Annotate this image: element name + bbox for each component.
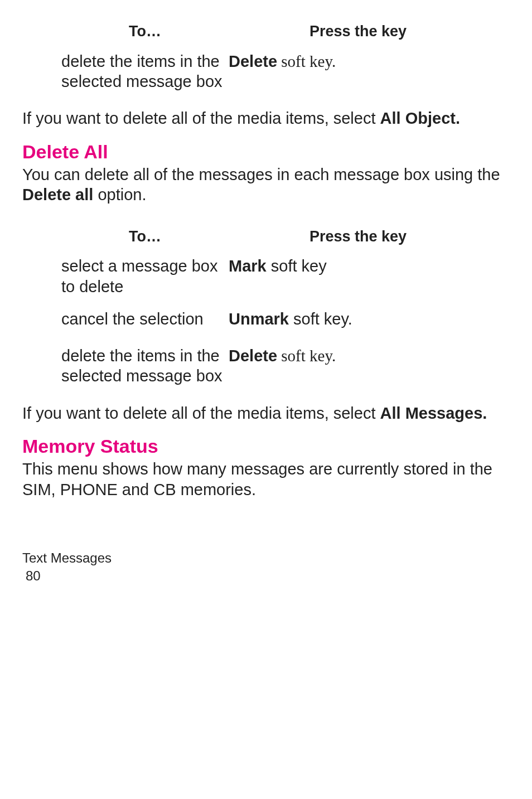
table-row: delete the items in the selected message…: [61, 346, 487, 386]
table-row: cancel the selection Unmark soft key.: [61, 309, 487, 329]
table-header: To… Press the key: [61, 227, 487, 246]
cell-to: delete the items in the selected message…: [61, 346, 229, 386]
cell-key: Delete soft key.: [229, 346, 487, 366]
page-number: 80: [26, 568, 510, 584]
text-bold: All Object.: [380, 109, 460, 127]
text-bold: Delete all: [22, 186, 93, 204]
table-row: delete the items in the selected message…: [61, 51, 487, 92]
section-heading-delete-all: Delete All: [22, 140, 510, 164]
paragraph: If you want to delete all of the media i…: [22, 403, 510, 423]
table-header: To… Press the key: [61, 22, 487, 41]
cell-key: Mark soft key: [229, 256, 487, 276]
text: You can delete all of the messages in ea…: [22, 166, 500, 183]
key-rest: soft key.: [289, 310, 352, 328]
text: option.: [93, 186, 146, 204]
paragraph: This menu shows how many messages are cu…: [22, 459, 510, 500]
paragraph: If you want to delete all of the media i…: [22, 108, 510, 128]
key-bold: Unmark: [229, 310, 289, 328]
key-rest: soft key.: [277, 347, 336, 365]
col-header-press: Press the key: [229, 22, 487, 41]
table-1: To… Press the key delete the items in th…: [61, 22, 487, 91]
cell-key: Delete soft key.: [229, 51, 487, 71]
text: If you want to delete all of the media i…: [22, 109, 380, 127]
table-2: To… Press the key select a message box t…: [61, 227, 487, 386]
footer-text: Text Messages: [22, 550, 510, 566]
cell-key: Unmark soft key.: [229, 309, 487, 329]
cell-to: delete the items in the selected message…: [61, 51, 229, 92]
col-header-to: To…: [61, 227, 229, 246]
cell-to: select a message box to delete: [61, 256, 229, 297]
key-rest: soft key.: [277, 52, 336, 70]
key-rest: soft key: [267, 257, 327, 275]
section-heading-memory-status: Memory Status: [22, 434, 510, 458]
col-header-to: To…: [61, 22, 229, 41]
text-bold: All Messages.: [380, 404, 487, 422]
text: If you want to delete all of the media i…: [22, 404, 380, 422]
key-bold: Mark: [229, 257, 267, 275]
cell-to: cancel the selection: [61, 309, 229, 329]
table-row: select a message box to delete Mark soft…: [61, 256, 487, 297]
col-header-press: Press the key: [229, 227, 487, 246]
key-bold: Delete: [229, 52, 277, 70]
paragraph: You can delete all of the messages in ea…: [22, 164, 510, 205]
key-bold: Delete: [229, 347, 277, 365]
